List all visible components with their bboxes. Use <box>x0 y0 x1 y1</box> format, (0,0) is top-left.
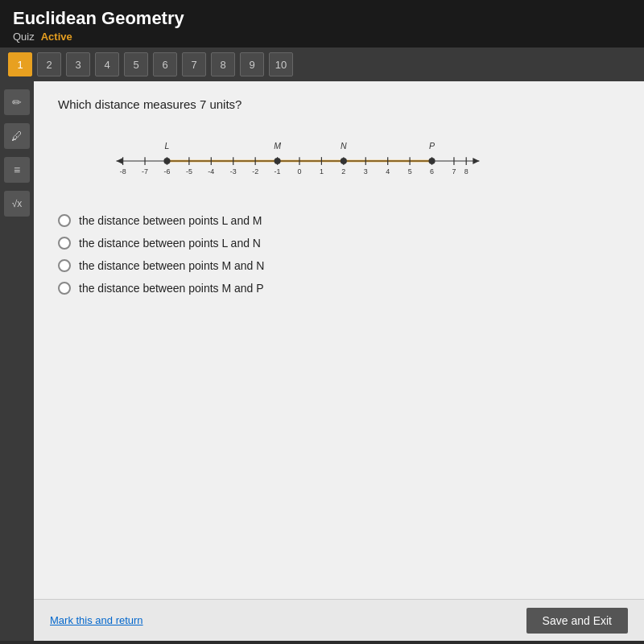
nav-btn-10[interactable]: 10 <box>269 52 293 76</box>
nav-btn-3[interactable]: 3 <box>66 52 90 76</box>
svg-text:6: 6 <box>430 167 434 175</box>
svg-text:-6: -6 <box>164 167 171 175</box>
choice-2-label: the distance between points L and N <box>79 237 261 250</box>
nav-btn-1[interactable]: 1 <box>8 52 32 76</box>
save-exit-button[interactable]: Save and Exit <box>526 608 628 634</box>
header-sub: Quiz Active <box>13 31 631 43</box>
nav-btn-2[interactable]: 2 <box>37 52 61 76</box>
menu-icon[interactable]: ≡ <box>4 157 30 183</box>
sqrt-icon[interactable]: √x <box>4 191 30 217</box>
svg-text:8: 8 <box>464 167 469 175</box>
content-area: Which distance measures 7 units? <box>34 81 644 641</box>
choice-3-label: the distance between points M and N <box>79 259 264 272</box>
choice-2[interactable]: the distance between points L and N <box>58 237 620 250</box>
svg-point-39 <box>275 158 281 164</box>
number-line-container: -8 -7 -6 -5 -4 -3 <box>66 126 620 198</box>
pen-icon[interactable]: 🖊 <box>4 123 30 149</box>
svg-text:-3: -3 <box>230 167 237 175</box>
answer-choices: the distance between points L and M the … <box>58 214 620 295</box>
question-area: Which distance measures 7 units? <box>34 81 644 599</box>
active-badge: Active <box>41 31 72 43</box>
svg-text:4: 4 <box>386 167 390 175</box>
choice-3[interactable]: the distance between points M and N <box>58 259 620 272</box>
radio-4[interactable] <box>58 282 71 295</box>
radio-2[interactable] <box>58 237 71 250</box>
main-layout: ✏ 🖊 ≡ √x Which distance measures 7 units… <box>0 81 644 641</box>
svg-text:-5: -5 <box>186 167 192 175</box>
nav-btn-6[interactable]: 6 <box>153 52 177 76</box>
svg-text:2: 2 <box>341 167 345 175</box>
svg-text:-7: -7 <box>142 167 148 175</box>
choice-4-label: the distance between points M and P <box>79 282 264 295</box>
page-title: Euclidean Geometry <box>13 8 631 29</box>
svg-text:7: 7 <box>452 167 456 175</box>
svg-text:3: 3 <box>364 167 368 175</box>
svg-text:P: P <box>429 141 435 151</box>
choice-1[interactable]: the distance between points L and M <box>58 214 620 227</box>
svg-marker-2 <box>117 158 123 164</box>
svg-point-38 <box>163 158 170 164</box>
radio-3[interactable] <box>58 259 71 272</box>
svg-text:-2: -2 <box>252 167 258 175</box>
mark-return-link[interactable]: Mark this and return <box>50 614 143 626</box>
pencil-icon[interactable]: ✏ <box>4 89 30 115</box>
nav-btn-9[interactable]: 9 <box>240 52 264 76</box>
choice-4[interactable]: the distance between points M and P <box>58 282 620 295</box>
bottom-bar: Mark this and return Save and Exit <box>34 599 644 641</box>
number-line-svg: -8 -7 -6 -5 -4 -3 <box>66 140 533 192</box>
quiz-label: Quiz <box>13 31 35 43</box>
radio-1[interactable] <box>58 214 71 227</box>
nav-btn-5[interactable]: 5 <box>124 52 148 76</box>
header: Euclidean Geometry Quiz Active <box>0 0 644 47</box>
svg-text:M: M <box>274 141 281 151</box>
nav-btn-8[interactable]: 8 <box>211 52 235 76</box>
svg-text:-8: -8 <box>120 167 126 175</box>
nav-btn-4[interactable]: 4 <box>95 52 119 76</box>
nav-btn-7[interactable]: 7 <box>182 52 206 76</box>
question-text: Which distance measures 7 units? <box>58 97 620 111</box>
svg-text:-1: -1 <box>275 167 281 175</box>
svg-text:L: L <box>165 141 170 151</box>
svg-text:5: 5 <box>408 167 412 175</box>
svg-text:N: N <box>341 141 347 151</box>
svg-marker-3 <box>473 158 479 164</box>
svg-text:1: 1 <box>320 167 324 175</box>
svg-point-40 <box>341 158 347 164</box>
svg-text:0: 0 <box>298 167 302 175</box>
question-nav-bar: 12345678910 <box>0 47 644 81</box>
svg-point-41 <box>428 158 435 164</box>
choice-1-label: the distance between points L and M <box>79 214 262 227</box>
svg-text:-4: -4 <box>208 167 214 175</box>
sidebar: ✏ 🖊 ≡ √x <box>0 81 34 641</box>
